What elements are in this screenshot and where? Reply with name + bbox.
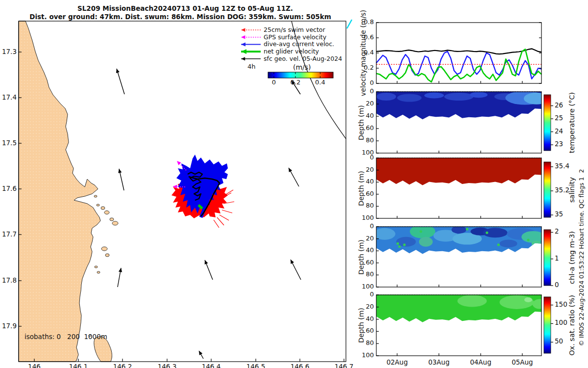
island [97, 271, 100, 273]
legend-arrow-head [241, 42, 245, 46]
section-panel-temperature [376, 91, 553, 154]
section-dot [527, 238, 529, 241]
island [95, 266, 98, 268]
gps-velocity-arrow-head [177, 161, 181, 165]
section-panel-chl-a [374, 225, 553, 287]
section-patch [457, 295, 487, 307]
velocity-panel [376, 23, 541, 83]
legend-arrow-head [241, 57, 245, 60]
swim-vector-stray [224, 190, 233, 195]
island [110, 218, 114, 221]
geo-velocity-arrow-head [118, 169, 122, 173]
series-sfc-geo-vel-05-aug-2024 [376, 49, 541, 54]
section-patch [424, 93, 444, 99]
section-dot [398, 245, 401, 248]
island [101, 207, 105, 210]
island [101, 247, 107, 251]
section-colorbar [544, 162, 551, 217]
section-patch [419, 237, 433, 247]
section-patch [397, 94, 421, 102]
section-dot [403, 243, 406, 246]
section-dot [419, 230, 422, 233]
section-patch [470, 92, 488, 98]
section-patch [374, 228, 395, 240]
section-colorbar [544, 95, 551, 151]
island-large [94, 337, 112, 362]
swim-vector-stray [222, 210, 232, 213]
geo-velocity-arrow-head [119, 268, 122, 272]
section-panel-oxygen-saturation [376, 295, 553, 356]
islet [89, 335, 91, 337]
swim-vector-stray [220, 215, 229, 220]
mainland-coastline [19, 21, 100, 362]
highlight-vector [347, 20, 352, 28]
section-dot [497, 243, 500, 246]
section-colorbar [544, 297, 551, 353]
section-dot [486, 232, 488, 234]
section-dot [396, 242, 399, 245]
section-patch [396, 237, 416, 247]
geo-velocity-arrow-head [292, 80, 295, 85]
section-dot [466, 228, 468, 230]
section-patch [524, 297, 532, 302]
island [94, 195, 97, 197]
legend-arrow-head [241, 35, 245, 39]
section-patch [376, 93, 396, 101]
island [104, 211, 109, 214]
swim-vector-stray [214, 220, 219, 228]
section-panel-salinity [376, 158, 553, 218]
series-net-glider-velocity [376, 49, 541, 82]
legend-colorbar [268, 72, 333, 78]
glider-mission-figure: { "header": { "title_line1": "SL209 Miss… [0, 0, 588, 368]
island [97, 204, 99, 206]
map-panel [19, 20, 352, 362]
isobath-line [292, 21, 346, 139]
velocity-axes-box [376, 23, 541, 83]
geo-velocity-arrow-head [116, 69, 120, 73]
section-colorbar [544, 230, 551, 286]
section-patch [532, 240, 541, 246]
section-fill [376, 158, 541, 185]
section-patch [500, 239, 517, 247]
series-dive-avg-current-veloc- [376, 52, 541, 79]
island [112, 221, 118, 225]
figure-graphics [0, 0, 588, 368]
legend-arrow-head [241, 28, 245, 32]
legend-arrow-head [241, 49, 246, 54]
island [105, 254, 109, 257]
section-patch [444, 93, 474, 101]
swim-vector-stray [217, 217, 224, 225]
